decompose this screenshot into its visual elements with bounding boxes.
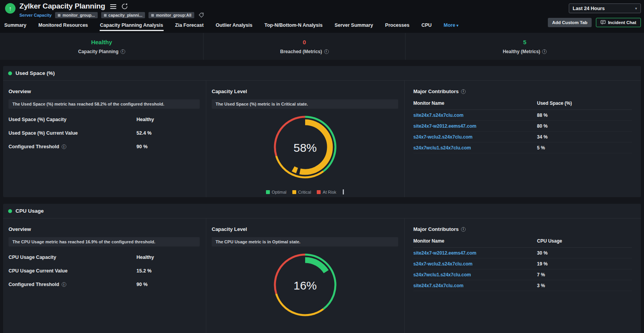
- capacity-level-heading: Capacity Level: [212, 226, 398, 232]
- section-title: CPU Usage: [16, 208, 44, 214]
- legend-cursor: [343, 189, 344, 194]
- tag-pill[interactable]: monitor_group...: [55, 12, 97, 18]
- breached-metrics-count: 0: [303, 39, 306, 45]
- tab-outlier-analysis[interactable]: Outlier Analysis: [215, 21, 253, 31]
- status-capacity-planning: Healthy Capacity Planningi: [0, 33, 204, 60]
- capacity-level-panel: Capacity Level The CPU Usage metric is i…: [206, 219, 405, 333]
- table-row: s24x7-wclu2.s24x7clu.com 19 %: [413, 258, 632, 269]
- table-row: s24x7wclu1.s24x7clu.com 7 %: [413, 269, 632, 280]
- info-icon[interactable]: i: [461, 227, 466, 232]
- tab-bar: Summary Monitored Resources Capacity Pla…: [4, 21, 459, 31]
- time-range-select[interactable]: Last 24 Hours ▾: [569, 3, 641, 13]
- metric-value: 30 %: [537, 250, 632, 256]
- tag-square-icon: [104, 14, 107, 17]
- row-value: 15.2 %: [136, 268, 152, 274]
- overview-row: Used Space (%) Current Value 52.4 %: [9, 130, 200, 136]
- monitor-link[interactable]: site24x7-w2012.eems47.com: [413, 123, 537, 129]
- tag-label: capacity_planni...: [109, 13, 143, 17]
- legend-swatch: [292, 190, 296, 194]
- overview-row: Configured Thresholdi 90 %: [9, 282, 200, 287]
- cpu-usage-gauge: 16%: [272, 252, 338, 319]
- healthy-dot-icon: [8, 209, 12, 213]
- chat-icon: [601, 20, 606, 25]
- info-icon[interactable]: i: [121, 49, 125, 54]
- overview-row: Used Space (%) Capacity Healthy: [9, 117, 200, 122]
- table-row: site24x7.s24x7clu.com 88 %: [413, 110, 632, 121]
- row-value: 90 %: [136, 144, 148, 149]
- row-label: Used Space (%) Current Value: [9, 130, 136, 136]
- overview-row: CPU Usage Capacity Healthy: [9, 255, 200, 260]
- chevron-down-icon: ▾: [635, 6, 637, 10]
- row-value: 90 %: [136, 282, 148, 287]
- status-label: Capacity Planning: [78, 49, 118, 54]
- top-bar: ↑ Zylker Capacity Planning Server Capaci…: [0, 0, 644, 33]
- overview-heading: Overview: [9, 226, 200, 232]
- row-label: Configured Threshold: [9, 144, 59, 149]
- tab-zia-forecast[interactable]: Zia Forecast: [175, 21, 204, 31]
- incident-chat-button[interactable]: Incident Chat: [596, 18, 641, 27]
- refresh-icon[interactable]: [121, 3, 128, 10]
- legend-at-risk: At Risk: [317, 190, 336, 194]
- major-contributors-panel: Major Contributorsi Monitor Name Used Sp…: [405, 81, 641, 197]
- legend-label: Optimal: [272, 190, 287, 194]
- status-breached-metrics: 0 Breached (Metrics)i: [204, 33, 406, 60]
- metric-value: 88 %: [537, 113, 632, 118]
- status-summary-bar: Healthy Capacity Planningi 0 Breached (M…: [0, 33, 644, 60]
- legend-optimal: Optimal: [266, 190, 287, 194]
- used-space-section: Used Space (%) Overview The Used Space (…: [3, 66, 641, 197]
- tag-edit-icon[interactable]: [199, 12, 204, 18]
- capacity-level-message: The CPU Usage metric is in Optimal state…: [212, 237, 398, 246]
- monitor-link[interactable]: site24x7.s24x7clu.com: [413, 113, 537, 118]
- info-icon[interactable]: i: [542, 49, 547, 54]
- contributors-table: Monitor Name Used Space (%) site24x7.s24…: [413, 101, 632, 153]
- table-row: s24x7-wclu2.s24x7clu.com 34 %: [413, 132, 632, 142]
- tab-server-summary[interactable]: Server Summary: [334, 21, 373, 31]
- monitor-link[interactable]: s24x7wclu1.s24x7clu.com: [413, 272, 537, 278]
- tab-processes[interactable]: Processes: [385, 21, 410, 31]
- overview-message: The Used Space (%) metric has reached 58…: [9, 99, 200, 109]
- monitor-link[interactable]: site24x7.s24x7clu.com: [413, 283, 537, 288]
- monitor-status-up-icon: ↑: [5, 3, 16, 14]
- svg-text:58%: 58%: [293, 141, 316, 154]
- tab-top-n-bottom-n-analysis[interactable]: Top-N/Bottom-N Analysis: [264, 21, 323, 31]
- tab-summary[interactable]: Summary: [4, 21, 27, 31]
- monitor-link[interactable]: s24x7-wclu2.s24x7clu.com: [413, 134, 537, 140]
- tab-cpu[interactable]: CPU: [421, 21, 432, 31]
- capacity-planning-status: Healthy: [91, 39, 112, 45]
- col-header-metric: Used Space (%): [537, 101, 632, 106]
- metric-value: 80 %: [537, 123, 632, 129]
- monitor-link[interactable]: s24x7wclu1.s24x7clu.com: [413, 145, 537, 151]
- tag-pill[interactable]: capacity_planni...: [101, 12, 145, 18]
- monitor-link[interactable]: site24x7-w2012.eems47.com: [413, 250, 537, 256]
- col-header-monitor-name: Monitor Name: [413, 101, 537, 106]
- monitor-type-link[interactable]: Server Capacity: [19, 13, 52, 17]
- info-icon[interactable]: i: [461, 89, 466, 94]
- page-title: Zylker Capacity Planning: [19, 2, 105, 10]
- monitor-link[interactable]: s24x7-wclu2.s24x7clu.com: [413, 261, 537, 267]
- table-row: site24x7-w2012.eems47.com 30 %: [413, 248, 632, 258]
- metric-value: 34 %: [537, 134, 632, 140]
- info-icon[interactable]: i: [324, 49, 329, 54]
- tab-capacity-planning-analysis[interactable]: Capacity Planning Analysis: [100, 21, 164, 31]
- tag-pill[interactable]: monitor_group:All: [148, 12, 194, 18]
- tab-monitored-resources[interactable]: Monitored Resources: [38, 21, 88, 31]
- metric-value: 7 %: [537, 272, 632, 278]
- tab-more[interactable]: More▾: [443, 21, 459, 31]
- contributors-heading: Major Contributors: [413, 88, 459, 94]
- overview-panel: Overview The CPU Usage metric has reache…: [3, 219, 206, 333]
- legend-swatch: [266, 190, 270, 194]
- hamburger-menu-icon[interactable]: [110, 3, 116, 9]
- capacity-level-panel: Capacity Level The Used Space (%) metric…: [206, 81, 405, 197]
- table-row: site24x7-w2012.eems47.com 80 %: [413, 121, 632, 132]
- capacity-level-heading: Capacity Level: [212, 88, 398, 94]
- legend-label: At Risk: [323, 190, 336, 194]
- row-label: Configured Threshold: [9, 282, 59, 287]
- overview-message: The CPU Usage metric has reached 16.9% o…: [9, 237, 200, 246]
- major-contributors-panel: Major Contributorsi Monitor Name CPU Usa…: [405, 219, 641, 333]
- info-icon[interactable]: i: [62, 282, 66, 287]
- row-value: Healthy: [136, 255, 154, 260]
- table-row: site24x7.s24x7clu.com 3 %: [413, 280, 632, 291]
- add-custom-tab-button[interactable]: Add Custom Tab: [548, 18, 592, 27]
- metric-value: 19 %: [537, 261, 632, 267]
- info-icon[interactable]: i: [62, 144, 66, 149]
